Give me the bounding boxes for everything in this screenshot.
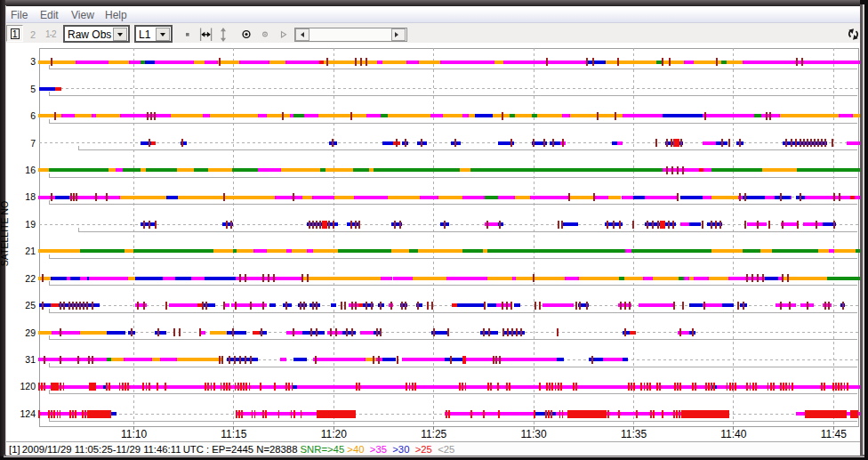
svg-text:7: 7 <box>30 138 36 149</box>
svg-text:120: 120 <box>20 381 36 391</box>
svg-text:SATELLITE NO: SATELLITE NO <box>0 201 10 266</box>
svg-text:6: 6 <box>30 110 36 121</box>
svg-text:11:10: 11:10 <box>121 428 147 440</box>
svg-text:11:30: 11:30 <box>521 428 547 440</box>
svg-text:11:40: 11:40 <box>720 428 746 440</box>
svg-text:25: 25 <box>25 300 36 311</box>
svg-text:3: 3 <box>30 56 36 67</box>
svg-text:19: 19 <box>25 219 36 230</box>
svg-text:11:35: 11:35 <box>621 428 647 440</box>
svg-text:29: 29 <box>25 327 36 338</box>
svg-text:11:20: 11:20 <box>321 428 347 440</box>
svg-text:11:15: 11:15 <box>221 428 246 440</box>
svg-text:22: 22 <box>25 273 36 284</box>
svg-text:31: 31 <box>25 354 36 365</box>
svg-text:21: 21 <box>25 246 36 256</box>
svg-text:11:45: 11:45 <box>821 428 847 440</box>
svg-text:5: 5 <box>30 84 36 94</box>
svg-text:11:25: 11:25 <box>421 428 446 440</box>
svg-text:16: 16 <box>25 165 36 175</box>
svg-text:18: 18 <box>25 191 36 202</box>
svg-text:124: 124 <box>20 408 36 419</box>
